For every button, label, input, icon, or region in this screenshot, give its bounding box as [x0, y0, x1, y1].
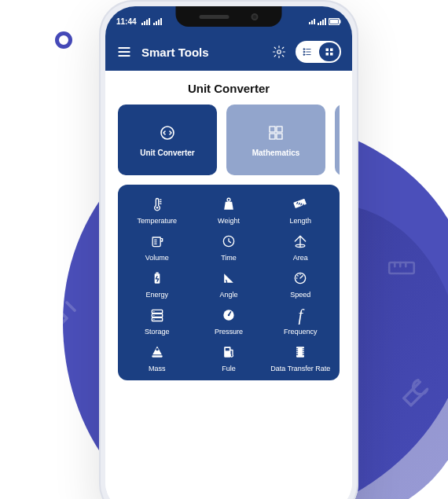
grid-view-button[interactable]: [319, 42, 340, 61]
status-time: 11:44: [116, 17, 137, 26]
menu-icon[interactable]: [116, 44, 132, 60]
battery-icon: [329, 18, 341, 25]
tool-frequency[interactable]: f Frequency: [265, 306, 336, 336]
tool-label: Fule: [222, 365, 236, 372]
svg-point-4: [277, 50, 281, 54]
gear-icon[interactable]: [272, 45, 286, 59]
tool-speed[interactable]: Speed: [265, 270, 336, 299]
tool-label: Temperature: [137, 217, 177, 225]
tool-pressure[interactable]: Pressure: [193, 306, 264, 336]
tool-time[interactable]: Time: [193, 233, 264, 262]
svg-rect-0: [389, 262, 414, 273]
svg-point-7: [303, 54, 305, 56]
wifi-icon: [309, 19, 315, 24]
svg-rect-13: [270, 127, 275, 132]
content-area: Unit Converter Unit Converter Mathematic…: [105, 71, 352, 499]
weight-icon: [220, 196, 237, 213]
category-label: Unit Converter: [140, 149, 194, 157]
math-icon: [266, 123, 285, 142]
fuel-icon: [220, 343, 237, 361]
svg-rect-14: [277, 127, 282, 132]
decorative-ring: [55, 31, 72, 49]
svg-point-17: [156, 207, 158, 209]
tool-label: Mass: [149, 365, 166, 372]
svg-point-32: [228, 314, 230, 317]
tool-storage[interactable]: Storage: [121, 306, 193, 336]
svg-point-6: [303, 51, 305, 53]
tool-label: Time: [221, 254, 237, 262]
svg-rect-36: [226, 348, 230, 350]
tool-angle[interactable]: Angle: [193, 270, 264, 299]
tool-length[interactable]: Length: [265, 196, 336, 225]
pressure-icon: [220, 306, 237, 324]
clock-icon: [220, 233, 237, 250]
area-icon: [292, 233, 309, 250]
category-row[interactable]: Unit Converter Mathematics: [118, 105, 340, 175]
tool-label: Weight: [218, 217, 240, 225]
tool-label: Speed: [290, 291, 310, 299]
wrench-icon: [393, 369, 436, 413]
thermometer-icon: [149, 196, 166, 213]
category-label: Mathematics: [252, 149, 300, 157]
svg-point-28: [153, 311, 154, 312]
ruler-icon: [385, 251, 418, 284]
gauge-icon: [292, 270, 309, 287]
signal-icon: [153, 18, 162, 25]
tool-volume[interactable]: Volume: [121, 233, 193, 262]
signal-icon: [141, 18, 150, 25]
svg-rect-16: [277, 134, 282, 139]
svg-point-29: [153, 315, 154, 316]
app-title: Smart Tools: [141, 46, 263, 59]
phone-screen: 11:44 Smart Tools: [105, 6, 352, 499]
tool-temperature[interactable]: Temperature: [121, 196, 193, 225]
tool-label: Length: [290, 217, 312, 225]
svg-rect-15: [270, 134, 275, 139]
page-title: Unit Converter: [118, 82, 340, 95]
svg-point-5: [303, 49, 305, 50]
tools-icon: [31, 299, 79, 346]
svg-point-33: [156, 348, 158, 350]
svg-rect-9: [330, 49, 333, 52]
svg-point-30: [153, 319, 154, 320]
tool-label: Data Transfer Rate: [270, 365, 330, 372]
svg-rect-23: [156, 273, 158, 274]
tool-energy[interactable]: Energy: [121, 270, 193, 299]
tool-label: Frequency: [284, 328, 318, 336]
svg-rect-11: [330, 53, 333, 56]
tool-weight[interactable]: Weight: [193, 196, 264, 225]
data-icon: [292, 343, 309, 361]
list-view-button[interactable]: [297, 42, 318, 61]
ruler-icon: [292, 196, 309, 213]
category-mathematics[interactable]: Mathematics: [226, 105, 325, 175]
tool-area[interactable]: Area: [265, 233, 336, 262]
svg-rect-3: [330, 20, 338, 24]
phone-notch: [176, 6, 282, 27]
view-toggle[interactable]: [296, 41, 341, 63]
converter-icon: [158, 123, 177, 142]
svg-rect-8: [326, 49, 329, 52]
tool-label: Pressure: [215, 328, 243, 336]
frequency-icon: f: [292, 306, 309, 324]
cup-icon: [149, 233, 166, 250]
app-bar: Smart Tools: [105, 33, 352, 71]
tool-label: Storage: [145, 328, 170, 336]
tool-label: Volume: [145, 254, 169, 262]
category-next-peek[interactable]: [335, 105, 340, 175]
tool-mass[interactable]: Mass: [121, 343, 193, 372]
tool-grid: Temperature Weight Length Volume Time: [118, 185, 340, 380]
storage-icon: [149, 306, 166, 324]
svg-rect-34: [152, 355, 162, 358]
tool-label: Energy: [145, 291, 168, 299]
svg-point-18: [227, 198, 230, 201]
mass-icon: [149, 343, 166, 361]
svg-rect-2: [340, 20, 341, 23]
angle-icon: [220, 270, 237, 287]
signal-icon: [318, 18, 326, 25]
battery-icon: [149, 270, 166, 287]
tool-label: Angle: [219, 291, 237, 299]
phone-frame: 11:44 Smart Tools: [99, 0, 358, 499]
category-unit-converter[interactable]: Unit Converter: [118, 105, 217, 175]
tool-label: Area: [293, 254, 308, 262]
tool-data-transfer[interactable]: Data Transfer Rate: [265, 343, 336, 372]
tool-fuel[interactable]: Fule: [193, 343, 264, 372]
